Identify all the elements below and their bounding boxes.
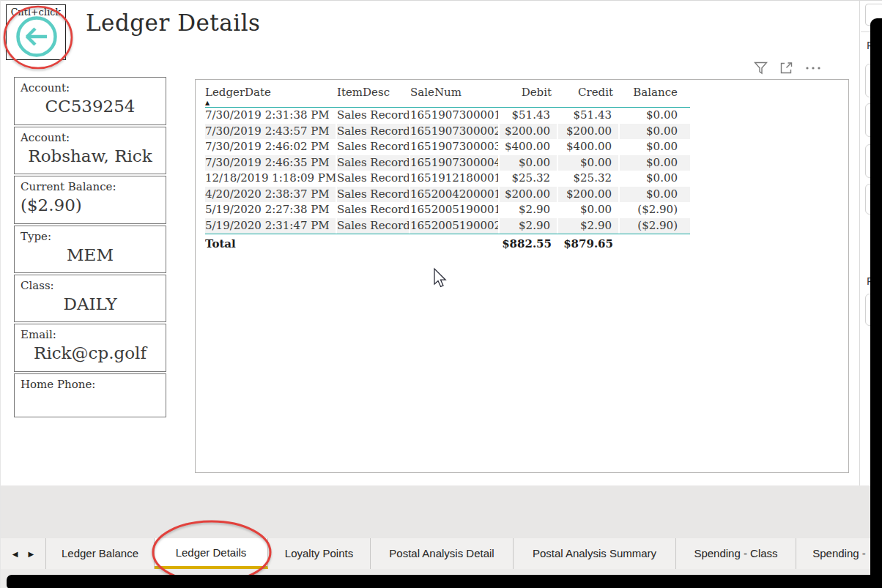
column-header-ledgerdate[interactable]: LedgerDate▲ — [205, 86, 337, 106]
table-cell: 1651912180001 — [410, 171, 500, 187]
table-cell: $2.90 — [500, 218, 558, 234]
table-cell: $2.90 — [558, 218, 620, 234]
info-card: Account:Robshaw, Rick — [14, 127, 166, 174]
column-header-label: Balance — [620, 86, 678, 100]
card-value: MEM — [21, 245, 160, 264]
visual-toolbar — [754, 62, 823, 75]
info-card: Home Phone: — [14, 373, 166, 417]
table-body: 7/30/2019 2:31:38 PMSales Record16519073… — [205, 108, 690, 234]
table-cell: Sales Record — [337, 155, 410, 171]
table-row[interactable]: 7/30/2019 2:31:38 PMSales Record16519073… — [205, 108, 690, 124]
column-header-label: Credit — [558, 86, 613, 100]
table-cell: $200.00 — [558, 124, 620, 140]
card-value: CC539254 — [21, 97, 160, 116]
card-value: Robshaw, Rick — [21, 146, 160, 165]
table-row[interactable]: 12/18/2019 1:18:09 PMSales Record1651912… — [205, 171, 690, 187]
tab-ledger-balance[interactable]: Ledger Balance — [46, 538, 155, 569]
table-cell: Sales Record — [337, 139, 410, 155]
report-window: Cntl+click Ledger Details Account:CC5392… — [0, 0, 882, 588]
table-cell: $25.32 — [500, 171, 558, 187]
table-cell: $51.43 — [500, 108, 558, 124]
card-label: Type: — [21, 230, 160, 243]
table-cell: $200.00 — [500, 187, 558, 203]
card-value: ($2.90) — [21, 196, 160, 215]
column-header-itemdesc[interactable]: ItemDesc — [337, 86, 410, 106]
tab-label: Postal Analysis Detail — [389, 547, 494, 559]
table-cell: Sales Record — [337, 171, 410, 187]
total-debit: $882.55 — [500, 234, 558, 253]
table-total-row: Total $882.55 $879.65 — [205, 234, 690, 253]
table-cell: Sales Record — [337, 108, 410, 124]
table-row[interactable]: 4/20/2020 2:38:37 PMSales Record16520042… — [205, 187, 690, 203]
screenshot-shadow-bottom — [7, 575, 882, 588]
table-cell: $2.90 — [500, 202, 558, 218]
table-cell: $0.00 — [620, 155, 684, 171]
column-header-credit[interactable]: Credit — [558, 86, 620, 106]
tab-label: Ledger Balance — [62, 547, 138, 559]
info-card: Class:DAILY — [14, 275, 166, 322]
bottom-band — [1, 485, 882, 538]
card-label: Account: — [21, 131, 160, 144]
table-cell: $400.00 — [558, 139, 620, 155]
page-title: Ledger Details — [86, 10, 261, 36]
back-arrow-icon — [15, 15, 59, 59]
account-cards: Account:CC539254Account:Robshaw, RickCur… — [14, 77, 166, 417]
tab-loyalty-points[interactable]: Loyalty Points — [268, 538, 371, 569]
column-header-salenum[interactable]: SaleNum — [410, 86, 500, 106]
more-options-icon[interactable] — [805, 62, 823, 75]
table-row[interactable]: 7/30/2019 2:43:57 PMSales Record16519073… — [205, 124, 690, 140]
tab-label: Ledger Details — [176, 546, 247, 559]
info-card: Current Balance:($2.90) — [14, 176, 166, 224]
column-header-balance[interactable]: Balance — [620, 86, 684, 106]
card-value: Rick@cp.golf — [21, 343, 160, 362]
tab-spending[interactable]: Spending - — [796, 538, 882, 569]
table-cell: $0.00 — [500, 155, 558, 171]
card-label: Current Balance: — [21, 180, 160, 193]
column-header-label: SaleNum — [410, 86, 493, 100]
table-cell: 7/30/2019 2:31:38 PM — [205, 108, 337, 124]
tab-ledger-details[interactable]: Ledger Details — [155, 538, 268, 569]
table-cell: 12/18/2019 1:18:09 PM — [205, 171, 337, 187]
tab-spending-class[interactable]: Spending - Class — [676, 538, 796, 569]
table-cell: 1651907300002 — [410, 124, 500, 140]
table-cell: $200.00 — [500, 124, 558, 140]
table-cell: 1652005190002 — [410, 218, 500, 234]
back-button[interactable]: Cntl+click — [6, 4, 66, 60]
card-label: Email: — [21, 328, 160, 341]
tab-postal-analysis-summary[interactable]: Postal Analysis Summary — [514, 538, 676, 569]
tab-label: Loyalty Points — [285, 547, 353, 559]
column-header-debit[interactable]: Debit — [500, 86, 558, 106]
table-cell: Sales Record — [337, 187, 410, 203]
table-cell: $0.00 — [620, 108, 684, 124]
focus-mode-icon[interactable] — [779, 62, 793, 75]
table-cell: $0.00 — [558, 202, 620, 218]
table-cell: $0.00 — [558, 155, 620, 171]
table-cell: $0.00 — [620, 171, 684, 187]
table-cell: 1651907300003 — [410, 139, 500, 155]
table-cell: 4/20/2020 2:38:37 PM — [205, 187, 337, 203]
table-cell: $400.00 — [500, 139, 558, 155]
table-cell: $25.32 — [558, 171, 620, 187]
tab-label: Spending - — [812, 547, 866, 559]
table-row[interactable]: 7/30/2019 2:46:35 PMSales Record16519073… — [205, 155, 690, 171]
table-cell: 1652004200001 — [410, 187, 500, 203]
card-label: Account: — [21, 81, 160, 94]
tab-postal-analysis-detail[interactable]: Postal Analysis Detail — [371, 538, 514, 569]
table-cell: Sales Record — [337, 202, 410, 218]
table-cell: $51.43 — [558, 108, 620, 124]
table-cell: 1652005190001 — [410, 202, 500, 218]
table-row[interactable]: 5/19/2020 2:31:47 PMSales Record16520051… — [205, 218, 690, 235]
table-cell: $0.00 — [620, 139, 684, 155]
table-row[interactable]: 5/19/2020 2:27:38 PMSales Record16520051… — [205, 202, 690, 218]
table-cell: 1651907300004 — [410, 155, 500, 171]
table-row[interactable]: 7/30/2019 2:46:02 PMSales Record16519073… — [205, 139, 690, 155]
prev-page-icon[interactable]: ◀ — [12, 550, 18, 558]
filter-icon[interactable] — [754, 62, 768, 75]
next-page-icon[interactable]: ▶ — [29, 550, 34, 558]
total-balance — [620, 234, 684, 253]
column-header-label: ItemDesc — [337, 86, 404, 100]
card-label: Home Phone: — [21, 378, 160, 391]
screenshot-shadow-right — [870, 18, 882, 588]
info-card: Account:CC539254 — [14, 77, 166, 125]
sort-ascending-icon: ▲ — [205, 100, 330, 106]
